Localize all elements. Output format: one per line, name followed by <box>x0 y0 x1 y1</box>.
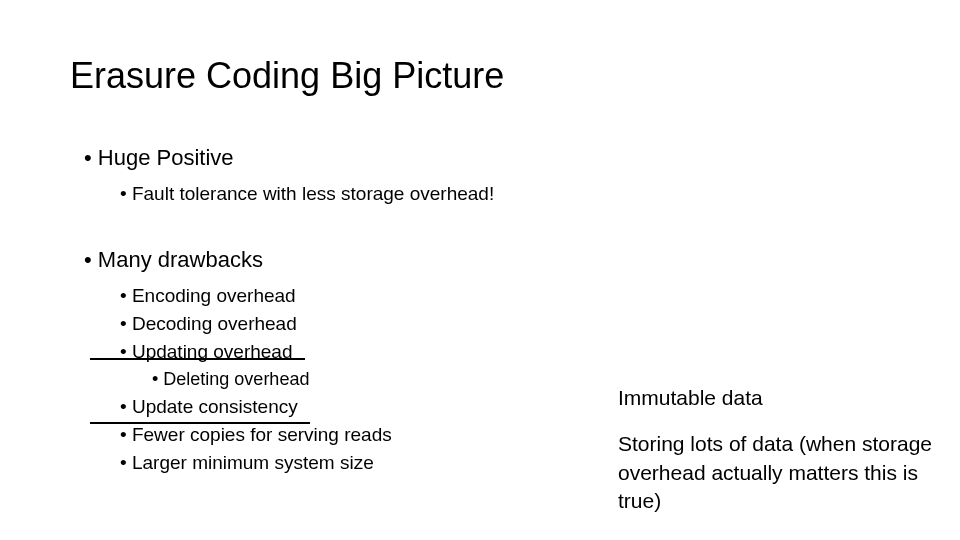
bullet-decoding: Decoding overhead <box>120 313 960 335</box>
bullet-many-drawbacks: Many drawbacks <box>84 247 960 273</box>
side-notes: Immutable data Storing lots of data (whe… <box>618 384 960 515</box>
bullet-fault-tolerance: Fault tolerance with less storage overhe… <box>120 183 960 205</box>
bullet-huge-positive: Huge Positive <box>84 145 960 171</box>
strikethrough-update-consistency <box>90 422 310 424</box>
bullet-encoding: Encoding overhead <box>120 285 960 307</box>
note-storing: Storing lots of data (when storage overh… <box>618 430 960 515</box>
strikethrough-updating <box>90 358 305 360</box>
slide-title: Erasure Coding Big Picture <box>70 55 960 97</box>
note-immutable: Immutable data <box>618 384 960 412</box>
slide: Erasure Coding Big Picture Huge Positive… <box>0 0 960 540</box>
spacer <box>70 211 960 247</box>
